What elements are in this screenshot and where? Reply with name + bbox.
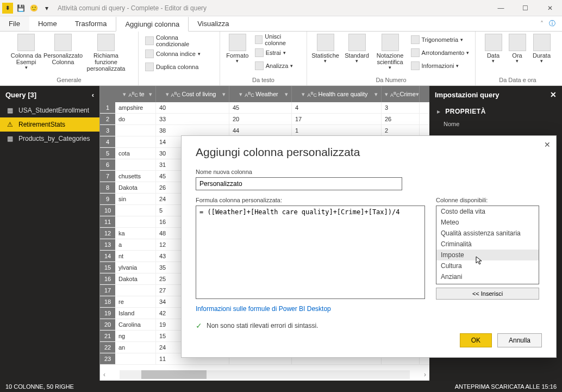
cell[interactable]: 44: [229, 125, 292, 136]
filter-icon[interactable]: ▾: [222, 91, 226, 98]
cell[interactable]: 33: [156, 114, 229, 125]
filter-icon[interactable]: ▾: [374, 91, 378, 98]
ribbon-collapse-icon[interactable]: ˄: [540, 20, 544, 28]
query-item[interactable]: ⚠RetirementStats: [0, 117, 99, 132]
standard-button[interactable]: Standard▾: [342, 34, 372, 64]
horizontal-scrollbar[interactable]: ‹ ›: [100, 369, 429, 381]
list-item[interactable]: Costo della vita: [436, 206, 539, 217]
query-item[interactable]: ▦USA_StudentEnrollment: [0, 103, 99, 117]
column-header[interactable]: ▾ABCCost of living▾: [156, 86, 229, 102]
cell[interactable]: Carolina: [115, 319, 156, 330]
cell[interactable]: [115, 205, 156, 216]
cell[interactable]: 17: [292, 114, 382, 125]
cell[interactable]: [115, 159, 156, 170]
cell[interactable]: Island: [115, 308, 156, 319]
column-header[interactable]: ▾ABCte▾: [115, 86, 156, 102]
duplicate-column-button[interactable]: Duplica colonna: [143, 61, 215, 73]
trigonometry-button[interactable]: Trigonometria▾: [409, 34, 472, 46]
merge-columns-button[interactable]: Unisci colonne: [253, 34, 302, 46]
list-item[interactable]: Imposte: [436, 250, 539, 260]
tab-add-column[interactable]: Aggiungi colonna: [116, 17, 189, 32]
formula-help-link[interactable]: Informazioni sulle formule di Power BI D…: [196, 305, 331, 313]
tab-file[interactable]: File: [0, 16, 29, 31]
list-item[interactable]: Criminalità: [436, 239, 539, 250]
close-button[interactable]: ✕: [538, 0, 562, 16]
dialog-close-icon[interactable]: ✕: [544, 140, 551, 149]
available-columns-list[interactable]: Costo della vitaMeteoQualità assistenza …: [436, 206, 539, 284]
new-column-name-input[interactable]: [196, 177, 402, 190]
format-button[interactable]: Formato▾: [224, 34, 251, 64]
time-button[interactable]: Ora▾: [508, 34, 527, 64]
scientific-button[interactable]: Notazione scientifica▾: [374, 34, 407, 71]
list-item[interactable]: Cultura: [436, 260, 539, 271]
cell[interactable]: chusetts: [115, 171, 156, 182]
statistics-button[interactable]: Statistiche▾: [311, 34, 340, 64]
cell[interactable]: 26: [382, 114, 420, 125]
information-button[interactable]: Informazioni▾: [409, 60, 472, 72]
queries-header[interactable]: Query [3] ‹: [0, 86, 99, 103]
invoke-function-button[interactable]: Richiama funzione personalizzata: [83, 34, 129, 72]
minimize-button[interactable]: —: [489, 0, 513, 16]
index-column-button[interactable]: Colonna indice▾: [143, 48, 215, 60]
cell[interactable]: ampshire: [115, 102, 156, 113]
duration-button[interactable]: Durata▾: [529, 34, 554, 64]
insert-button[interactable]: << Inserisci: [436, 288, 539, 300]
cell[interactable]: sin: [115, 194, 156, 204]
cell[interactable]: 3: [382, 102, 420, 113]
dropdown-icon[interactable]: ▾: [302, 91, 305, 98]
tab-home[interactable]: Home: [29, 16, 66, 31]
column-from-examples-button[interactable]: Colonna da Esempi▾: [9, 34, 43, 71]
list-item[interactable]: Qualità assistenza sanitaria: [436, 228, 539, 239]
cell[interactable]: 2: [382, 125, 420, 136]
cell[interactable]: 38: [156, 125, 229, 136]
conditional-column-button[interactable]: Colonna condizionale: [143, 35, 215, 47]
cell[interactable]: 45: [229, 102, 292, 113]
chevron-left-icon[interactable]: ‹: [92, 91, 94, 99]
dropdown-icon[interactable]: ▾: [166, 91, 169, 98]
cell[interactable]: ng: [115, 331, 156, 341]
cell[interactable]: an: [115, 342, 156, 353]
ok-button[interactable]: OK: [460, 333, 492, 347]
cell[interactable]: Dakota: [115, 273, 156, 284]
column-header[interactable]: ▾ABCCrime▾: [382, 86, 420, 102]
cell[interactable]: nt: [115, 251, 156, 262]
cell[interactable]: do: [115, 114, 156, 125]
dropdown-icon[interactable]: ▾: [41, 3, 52, 14]
tab-view[interactable]: Visualizza: [189, 16, 238, 31]
parse-button[interactable]: Analizza▾: [253, 60, 302, 72]
list-item[interactable]: Anziani: [436, 271, 539, 282]
help-icon[interactable]: ⓘ: [549, 19, 555, 28]
cell[interactable]: 4: [292, 102, 382, 113]
filter-icon[interactable]: ▾: [149, 91, 152, 98]
cell[interactable]: 20: [229, 114, 292, 125]
cell[interactable]: 40: [156, 102, 229, 113]
formula-input[interactable]: [196, 206, 425, 299]
dropdown-icon[interactable]: ▾: [123, 91, 126, 98]
cancel-button[interactable]: Annulla: [497, 333, 542, 347]
save-icon[interactable]: 💾: [15, 3, 26, 14]
cell[interactable]: cota: [115, 148, 156, 159]
cell[interactable]: [115, 125, 156, 136]
maximize-button[interactable]: ☐: [513, 0, 538, 16]
cell[interactable]: Dakota: [115, 182, 156, 193]
column-header[interactable]: ▾ABCWeather▾: [229, 86, 292, 102]
cell[interactable]: [115, 216, 156, 227]
table-row[interactable]: 2do33201726: [100, 114, 429, 125]
settings-close-icon[interactable]: ✕: [550, 90, 557, 99]
rounding-button[interactable]: Arrotondamento▾: [409, 47, 472, 59]
cell[interactable]: ka: [115, 228, 156, 239]
date-button[interactable]: Data▾: [482, 34, 505, 64]
triangle-down-icon[interactable]: ▸: [437, 108, 440, 115]
filter-icon[interactable]: ▾: [285, 91, 288, 98]
cell[interactable]: 1: [292, 125, 382, 136]
table-row[interactable]: 1ampshire404543: [100, 102, 429, 114]
dropdown-icon[interactable]: ▾: [385, 91, 388, 98]
cell[interactable]: ylvania: [115, 262, 156, 273]
extract-button[interactable]: Estrai▾: [253, 47, 302, 59]
query-item[interactable]: ▦Products_by_Categories: [0, 132, 99, 146]
cell[interactable]: a: [115, 239, 156, 250]
filter-icon[interactable]: ▾: [416, 91, 419, 98]
tab-transform[interactable]: Trasforma: [66, 16, 116, 31]
custom-column-button[interactable]: Personalizzato Colonna: [46, 34, 80, 65]
cell[interactable]: [115, 285, 156, 296]
